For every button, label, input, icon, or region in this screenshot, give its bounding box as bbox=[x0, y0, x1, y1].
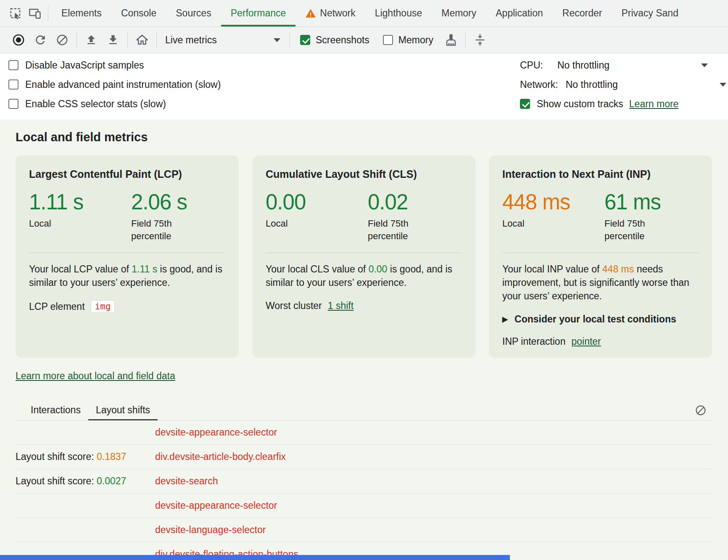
inspect-element-button[interactable] bbox=[6, 0, 25, 26]
network-throttling-select[interactable]: Network: No throttling bbox=[520, 75, 728, 94]
learn-more-field-data-link[interactable]: Learn more about local and field data bbox=[16, 370, 175, 381]
worst-cluster-label: Worst cluster bbox=[266, 300, 322, 312]
score-value: 0.0027 bbox=[97, 475, 126, 486]
layout-shift-row[interactable]: Layout shift score: 0.1837 div.devsite-a… bbox=[16, 445, 712, 469]
device-toolbar-icon bbox=[29, 7, 41, 20]
upload-icon bbox=[85, 34, 98, 46]
show-custom-tracks-checkbox[interactable] bbox=[520, 99, 530, 109]
separator bbox=[76, 32, 77, 48]
tab-label: Memory bbox=[441, 8, 476, 19]
css-selector-stats-checkbox[interactable] bbox=[8, 99, 18, 109]
garbage-collect-button[interactable] bbox=[440, 30, 462, 50]
field-label: Field 75th percentile bbox=[604, 217, 659, 243]
disclosure-label: Consider your local test conditions bbox=[514, 314, 676, 325]
toggle-device-toolbar-button[interactable] bbox=[25, 0, 45, 26]
performance-settings-band: Disable JavaScript samples Enable advanc… bbox=[0, 53, 728, 119]
chevron-down-icon bbox=[720, 83, 726, 87]
broom-icon bbox=[445, 34, 457, 46]
desc-text: Your local LCP value of bbox=[29, 264, 132, 275]
log-tabbar: Interactions Layout shifts bbox=[16, 400, 712, 420]
cpu-throttling-select[interactable]: CPU: No throttling bbox=[520, 55, 728, 75]
tab-network[interactable]: Network bbox=[295, 0, 365, 26]
tab-label: Recorder bbox=[562, 8, 602, 19]
learn-more-link[interactable]: Learn more bbox=[629, 98, 679, 110]
node-link[interactable]: devsite-appearance-selector bbox=[155, 500, 277, 511]
node-link[interactable]: devsite-language-selector bbox=[155, 524, 266, 535]
load-profile-button[interactable] bbox=[80, 30, 102, 50]
tab-console[interactable]: Console bbox=[111, 0, 166, 26]
reload-icon bbox=[34, 33, 47, 47]
live-metrics-view: Local and field metrics Largest Contentf… bbox=[0, 119, 728, 560]
devtools-performance-panel: Elements Console Sources Performance Net… bbox=[0, 0, 728, 560]
desc-value: 448 ms bbox=[602, 264, 634, 275]
tab-interactions[interactable]: Interactions bbox=[23, 400, 88, 420]
separator bbox=[156, 32, 157, 48]
tab-privacy-sandbox[interactable]: Privacy Sand bbox=[612, 0, 688, 26]
show-custom-tracks-row[interactable]: Show custom tracks Learn more bbox=[520, 94, 728, 114]
back-to-live-metrics-button[interactable] bbox=[131, 30, 153, 50]
live-metrics-log: Interactions Layout shifts devsite-appea… bbox=[16, 400, 712, 560]
reload-and-record-button[interactable] bbox=[29, 30, 51, 50]
layout-shift-score: Layout shift score: 0.0027 bbox=[16, 475, 155, 487]
tab-lighthouse[interactable]: Lighthouse bbox=[365, 0, 432, 26]
inp-interaction-label: INP interaction bbox=[502, 336, 565, 347]
layout-shift-row[interactable]: devsite-appearance-selector bbox=[16, 494, 712, 518]
screenshots-checkbox[interactable] bbox=[300, 35, 310, 45]
clear-log-button[interactable] bbox=[691, 401, 710, 420]
advanced-paint-checkbox[interactable] bbox=[8, 79, 18, 90]
tab-label: Performance bbox=[231, 8, 286, 19]
desc-text: Your local CLS value of bbox=[266, 264, 369, 275]
tab-layout-shifts[interactable]: Layout shifts bbox=[88, 400, 158, 420]
record-button[interactable] bbox=[8, 30, 29, 50]
page-title: Local and field metrics bbox=[16, 130, 712, 145]
cls-worst-cluster-row: Worst cluster 1 shift bbox=[266, 300, 462, 312]
score-value: 0.1837 bbox=[97, 451, 126, 462]
node-link[interactable]: devsite-appearance-selector bbox=[155, 427, 277, 438]
node-link[interactable]: devsite-search bbox=[155, 475, 218, 486]
layout-shift-row[interactable]: Layout shift score: 0.0027 devsite-searc… bbox=[16, 469, 712, 494]
local-label: Local bbox=[266, 217, 320, 230]
lcp-element-node-link[interactable]: img bbox=[91, 300, 115, 313]
screenshots-checkbox-row[interactable]: Screenshots bbox=[293, 34, 376, 46]
tab-elements[interactable]: Elements bbox=[52, 0, 111, 26]
tab-label: Sources bbox=[176, 8, 211, 19]
lcp-values: 1.11 s Local 2.06 s Field 75th percentil… bbox=[29, 190, 225, 243]
cpu-label: CPU: bbox=[520, 60, 543, 71]
memory-checkbox-row[interactable]: Memory bbox=[376, 34, 440, 46]
tab-performance[interactable]: Performance bbox=[221, 0, 296, 26]
disable-js-samples-checkbox[interactable] bbox=[8, 60, 18, 70]
tab-label: Interactions bbox=[31, 404, 81, 416]
node-link[interactable]: div.devsite-article-body.clearfix bbox=[155, 451, 286, 462]
show-custom-tracks-label: Show custom tracks bbox=[537, 98, 623, 110]
memory-checkbox[interactable] bbox=[383, 35, 393, 45]
tab-label: Application bbox=[496, 8, 543, 19]
tab-label: Lighthouse bbox=[375, 8, 422, 19]
lcp-element-row: LCP element img bbox=[29, 300, 225, 313]
layout-shift-row[interactable]: devsite-language-selector bbox=[16, 518, 712, 542]
lcp-card-title: Largest Contentful Paint (LCP) bbox=[29, 168, 225, 180]
divider bbox=[29, 253, 225, 253]
worst-cluster-link[interactable]: 1 shift bbox=[328, 300, 353, 312]
lcp-local-value: 1.11 s bbox=[29, 190, 131, 214]
inp-interaction-link[interactable]: pointer bbox=[571, 336, 601, 347]
layout-shift-row[interactable]: devsite-appearance-selector bbox=[16, 420, 712, 445]
clear-profile-button[interactable] bbox=[51, 30, 73, 50]
separator bbox=[48, 6, 48, 21]
block-icon bbox=[695, 404, 707, 416]
tab-label: Elements bbox=[61, 8, 102, 19]
save-profile-button[interactable] bbox=[102, 30, 124, 50]
tab-application[interactable]: Application bbox=[486, 0, 553, 26]
inp-card-title: Interaction to Next Paint (INP) bbox=[502, 168, 699, 180]
divider bbox=[266, 253, 462, 253]
separator bbox=[290, 32, 290, 48]
tab-memory[interactable]: Memory bbox=[432, 0, 486, 26]
cls-values: 0.00 Local 0.02 Field 75th percentile bbox=[266, 190, 462, 243]
tab-recorder[interactable]: Recorder bbox=[553, 0, 612, 26]
tab-sources[interactable]: Sources bbox=[166, 0, 221, 26]
toggle-details-panel-button[interactable] bbox=[469, 30, 491, 50]
local-test-conditions-disclosure[interactable]: ▶ Consider your local test conditions bbox=[502, 314, 699, 325]
history-dropdown[interactable]: Live metrics bbox=[160, 31, 286, 49]
inspect-cursor-icon bbox=[9, 7, 22, 20]
lcp-element-label: LCP element bbox=[29, 301, 85, 312]
home-icon bbox=[136, 34, 148, 46]
